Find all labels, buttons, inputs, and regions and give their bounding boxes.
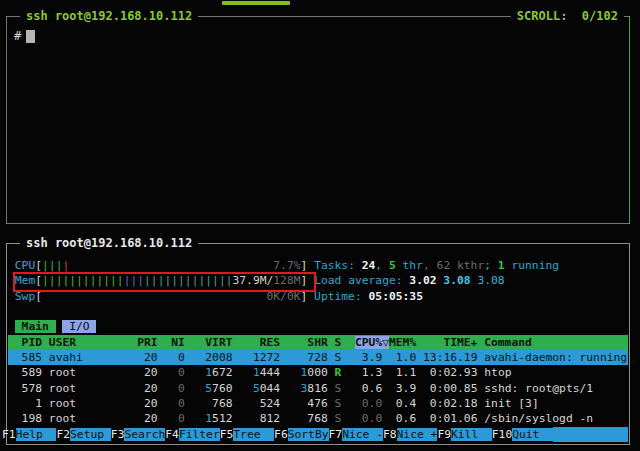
uptime: Uptime: 05:05:35	[314, 290, 423, 303]
fkey-f4[interactable]: F4Filter	[165, 427, 219, 442]
mem-annotation-box	[13, 272, 316, 292]
tab-main[interactable]: Main	[15, 320, 56, 333]
shell-prompt-line[interactable]: #	[14, 29, 35, 44]
process-row[interactable]: 578 root 20 0 5760 5044 3816 S 0.6 3.9 0…	[8, 381, 628, 396]
fkey-f8[interactable]: F8Nice +	[383, 427, 437, 442]
fkey-f9[interactable]: F9Kill	[437, 427, 491, 442]
fkey-f6[interactable]: F6SortBy	[274, 427, 328, 442]
htop-tab-bar: Main I/O	[8, 319, 628, 334]
tab-io[interactable]: I/O	[62, 320, 96, 333]
shell-prompt: #	[14, 29, 21, 43]
process-row[interactable]: 198 root 20 0 1512 812 768 S 0.0 0.6 0:0…	[8, 411, 628, 426]
tasks-summary: Tasks: 24, 5 thr, 62 kthr; 1 running	[314, 259, 559, 272]
scroll-indicator: SCROLL: 0/102	[511, 9, 624, 23]
bottom-pane-title: ssh root@192.168.10.112	[20, 236, 198, 250]
top-pane-title: ssh root@192.168.10.112	[20, 9, 198, 23]
cursor-block	[26, 30, 35, 43]
load-average: Load average: 3.02 3.08 3.08	[314, 274, 504, 287]
spacer-line	[8, 304, 628, 319]
fkey-bar-fill	[553, 427, 628, 442]
top-pane	[6, 16, 630, 224]
top-green-strip	[222, 1, 290, 5]
process-row[interactable]: 1 root 20 0 768 524 476 S 0.0 0.4 0:02.1…	[8, 396, 628, 411]
terminal-screen: ssh root@192.168.10.112 SCROLL: 0/102 # …	[0, 0, 640, 451]
process-row[interactable]: 589 root 20 0 1672 1444 1000 R 1.3 1.1 0…	[8, 365, 628, 380]
fkey-f10[interactable]: F10Quit	[492, 427, 553, 442]
fkey-f3[interactable]: F3Search	[111, 427, 165, 442]
sort-column-cpu[interactable]: CPU%▽	[355, 336, 389, 349]
fkey-f7[interactable]: F7Nice -	[329, 427, 383, 442]
function-key-bar: F1Help F2Setup F3SearchF4FilterF5Tree F6…	[2, 427, 628, 442]
process-row[interactable]: 585 avahi 20 0 2008 1272 728 S 3.9 1.0 1…	[8, 350, 628, 365]
fkey-f2[interactable]: F2Setup	[56, 427, 110, 442]
fkey-f5[interactable]: F5Tree	[220, 427, 274, 442]
fkey-f1[interactable]: F1Help	[2, 427, 56, 442]
process-table-header[interactable]: PID USER PRI NI VIRT RES SHR S CPU%▽MEM%…	[8, 335, 628, 350]
